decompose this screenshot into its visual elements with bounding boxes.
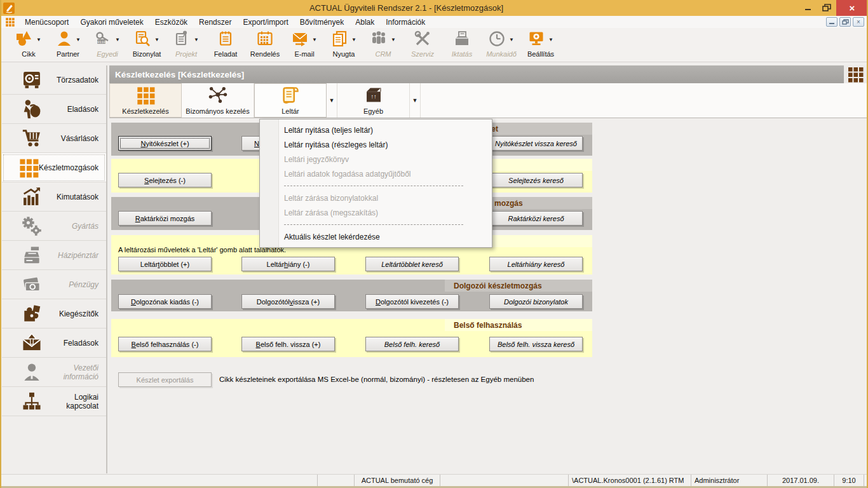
sidebar-item-torzsadatok[interactable]: Törzsadatok [2, 65, 106, 95]
archive-icon [454, 30, 470, 50]
toolbar-iktatas[interactable]: Iktatás [442, 30, 482, 58]
sidebar-item-vasarlasok[interactable]: Vásárlások [2, 124, 106, 153]
toolbar-rendeles[interactable]: Rendelés [245, 30, 285, 58]
button-selejtezes[interactable]: Selejtezés (-) [118, 173, 212, 187]
tab-leltar[interactable]: Leltár [254, 83, 327, 118]
calendar-icon [257, 30, 273, 50]
chevron-down-icon[interactable]: ▼ [115, 37, 120, 43]
child-restore-icon[interactable] [839, 17, 851, 27]
button-leltartobblet[interactable]: Leltártöbblet (+) [118, 257, 212, 271]
button-belso-felhasznalas[interactable]: Belső felhasználás (-) [118, 337, 212, 351]
button-dolgozonak-kiadas[interactable]: Dolgozónak kiadás (-) [118, 294, 212, 309]
sidebar-item-label: Gyártás [45, 222, 98, 231]
menu-grid-icon[interactable] [5, 17, 15, 27]
tab-egyeb[interactable]: ↑↑Egyéb [337, 83, 410, 118]
restore-icon[interactable] [817, 0, 836, 16]
menu-export-import[interactable]: Export/import [237, 16, 294, 28]
tab-egyeb-dropdown-arrow[interactable]: ▼ [410, 83, 421, 118]
menu-eszkozok[interactable]: Eszközök [149, 16, 193, 28]
menu-item-leltar-nyitasa-reszleges-leltar[interactable]: Leltár nyitása (részleges leltár) [260, 137, 492, 152]
toolbar-egyedi[interactable]: 0110▼Egyedi [88, 30, 127, 58]
menu-ablak[interactable]: Ablak [349, 16, 380, 28]
sidebar-item-keszletmozgasok[interactable]: Készletmozgások [2, 153, 106, 182]
svg-text:0110: 0110 [97, 39, 105, 44]
menu-item-aktualis-keszlet-lekerdezese[interactable]: Aktuális készlet lekérdezése [260, 229, 492, 244]
chevron-down-icon[interactable]: ▼ [351, 37, 356, 43]
toolbar-bizonylat[interactable]: ▼Bizonylat [127, 30, 166, 58]
sidebar-item-vezetoi-informacio[interactable]: Vezetői információ [2, 358, 106, 387]
button-leltartobblet-kereso[interactable]: Leltártöbblet kereső [365, 257, 459, 271]
sidebar-item-kimutatasok[interactable]: Kimutatások [2, 182, 106, 212]
sidebar-item-feladasok[interactable]: Feladások [2, 329, 106, 358]
sidebar-item-hazipenztar[interactable]: Házipénztár [2, 241, 106, 270]
sidebar-item-logikai-kapcsolat[interactable]: Logikai kapcsolat [2, 387, 106, 416]
safe-icon [18, 70, 45, 90]
button-raktarkozi-mozgas[interactable]: Raktárközi mozgás [118, 211, 212, 226]
close-icon[interactable]: × [836, 0, 868, 16]
toolbar-szerviz[interactable]: Szerviz [403, 30, 442, 58]
toolbar-crm[interactable]: ▼CRM [363, 30, 403, 58]
sidebar-item-label: Vezetői információ [45, 363, 98, 381]
chevron-down-icon[interactable]: ▼ [154, 37, 159, 43]
menu-informaciok[interactable]: Információk [380, 16, 431, 28]
menu-menucsoport[interactable]: Menücsoport [19, 16, 74, 28]
chevron-down-icon[interactable]: ▼ [76, 37, 81, 43]
button-leltarhiany[interactable]: Leltárhiány (-) [241, 257, 335, 271]
button-dolgozoi-bizonylatok[interactable]: Dolgozói bizonylatok [489, 294, 583, 309]
sidebar-item-eladasok[interactable]: Eladások [2, 95, 106, 124]
menu-gyakori-muveletek[interactable]: Gyakori műveletek [74, 16, 149, 28]
toolbar-e-mail[interactable]: ▼E-mail [285, 30, 324, 58]
toolbar-feladat[interactable]: Feladat [206, 30, 245, 58]
svg-text:↑↑: ↑↑ [370, 93, 376, 100]
chevron-down-icon[interactable]: ▼ [194, 37, 199, 43]
button-belso-felh-vissza[interactable]: Belső felh. vissza (+) [241, 337, 335, 351]
button-nyitokeszlet[interactable]: Nyitókészlet (+) [118, 136, 212, 151]
sidebar-item-label: Készletmozgások [39, 163, 98, 172]
button-belso-felh-vissza-kereso[interactable]: Belső felh. vissza kereső [489, 337, 583, 351]
menu-rendszer[interactable]: Rendszer [193, 16, 237, 28]
child-minimize-icon[interactable] [826, 17, 837, 27]
toolbar-partner[interactable]: ▼Partner [48, 30, 88, 58]
chevron-down-icon[interactable]: ▼ [36, 37, 41, 43]
menu-bovitmenyek[interactable]: Bővítmények [294, 16, 349, 28]
toolbar-label: Iktatás [452, 50, 472, 58]
toolbar-beallitas[interactable]: ▼Beállítás [521, 30, 560, 58]
tab-leltar-dropdown-arrow[interactable]: ▼ [327, 83, 337, 118]
package-icon: ↑↑ [364, 86, 383, 106]
toolbar-cikk[interactable]: ▼Cikk [9, 30, 48, 58]
document-pin-icon [173, 30, 190, 50]
button-raktarkozi-kereso[interactable]: Raktárközi kereső [489, 211, 583, 226]
toolbar: ▼Cikk▼Partner0110▼Egyedi▼Bizonylat▼Proje… [1, 28, 867, 62]
chevron-down-icon[interactable]: ▼ [509, 37, 514, 43]
minimize-icon[interactable] [798, 0, 817, 16]
leltar-dropdown-menu: Leltár nyitása (teljes leltár)Leltár nyi… [259, 119, 492, 248]
export-stock-button[interactable]: Készlet exportálás [118, 372, 212, 387]
key-icon: 0110 [95, 30, 111, 50]
toolbar-projekt[interactable]: ▼Projekt [166, 30, 206, 58]
sidebar-item-kiegeszitok[interactable]: Kiegészítők [2, 299, 106, 329]
menu-item-leltar-zarasa-bizonylatokkal: Leltár zárása bizonylatokkal [260, 191, 492, 205]
chevron-down-icon[interactable]: ▼ [391, 37, 396, 43]
status-cell-adminisztrator: Adminisztrátor [691, 475, 768, 486]
toolbar-label: Rendelés [250, 50, 280, 58]
toolbar-munkaido[interactable]: ▼Munkaidő [482, 30, 521, 58]
button-nyitokeszlet-vissza-kereso[interactable]: Nyitókészlet vissza kereső [489, 136, 583, 151]
button-dolgozotol-vissza[interactable]: Dolgozótól vissza (+) [241, 294, 335, 309]
sidebar-item-penzugy[interactable]: Pénzügy [2, 270, 106, 299]
header-grid-icon[interactable] [844, 65, 867, 83]
chevron-down-icon[interactable]: ▼ [312, 37, 317, 43]
chevron-down-icon[interactable]: ▼ [548, 37, 553, 43]
toolbar-nyugta[interactable]: ▼Nyugta [324, 30, 363, 58]
button-belso-felh-kereso[interactable]: Belső felh. kereső [365, 337, 459, 351]
button-selejtezes-kereso[interactable]: Selejtezés kereső [489, 173, 583, 187]
child-close-icon[interactable]: × [853, 17, 864, 27]
tab-label: Egyéb [363, 107, 383, 115]
tab-bizomanyos-kezeles[interactable]: Bizományos kezelés [182, 83, 254, 118]
button-dolgozotol-kivezetes[interactable]: Dolgozótól kivezetés (-) [365, 294, 459, 309]
menubar: MenücsoportGyakori műveletekEszközökRend… [1, 16, 867, 28]
button-leltarhiany-kereso[interactable]: Leltárhiány kereső [489, 257, 583, 271]
sidebar-item-label: Vásárlások [45, 134, 98, 143]
tab-keszletkezeles[interactable]: Készletkezelés [109, 83, 182, 118]
menu-item-leltar-nyitasa-teljes-leltar[interactable]: Leltár nyitása (teljes leltár) [260, 123, 492, 137]
sidebar-item-gyartas[interactable]: Gyártás [2, 212, 106, 241]
